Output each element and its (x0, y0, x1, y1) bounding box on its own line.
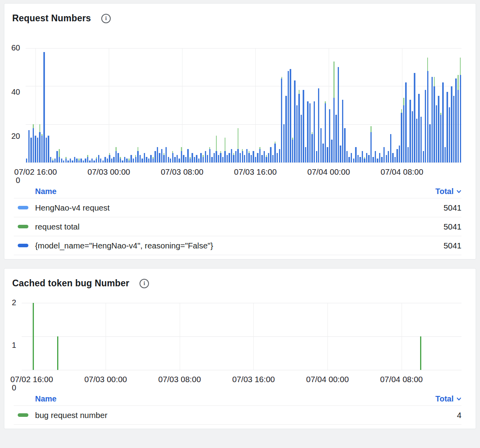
series-total: 4 (457, 411, 461, 420)
x-tick-label: 07/03 00:00 (87, 167, 130, 177)
bar (303, 90, 304, 162)
request-numbers-chart[interactable]: 0204060 07/02 16:0007/03 00:0007/03 08:0… (4, 48, 461, 181)
bar (314, 101, 315, 162)
bar (65, 159, 67, 162)
bar (48, 136, 49, 162)
series-color-pill[interactable] (14, 225, 35, 228)
series-name[interactable]: bug request number (35, 411, 457, 420)
bar (168, 157, 169, 163)
bar (153, 159, 154, 162)
bar (401, 113, 402, 162)
x-tick-label: 07/04 00:00 (307, 167, 350, 177)
bar (28, 130, 30, 162)
bar (370, 132, 372, 162)
bar (33, 128, 34, 162)
series-total: 5041 (443, 203, 461, 213)
bar (120, 159, 121, 162)
bar (192, 153, 193, 162)
x-tick-label: 07/02 16:00 (14, 167, 57, 177)
bar (172, 153, 173, 162)
bar (316, 151, 317, 162)
bar (364, 159, 365, 162)
bar (113, 157, 114, 163)
bar (449, 107, 450, 162)
bar (455, 78, 456, 162)
series-color-pill[interactable] (14, 413, 35, 417)
legend-row[interactable]: request total5041 (14, 217, 461, 236)
bar (277, 153, 278, 162)
bar (70, 159, 71, 162)
legend-table: Name Total HengNao-v4 request5041request… (14, 185, 461, 255)
bar (359, 157, 361, 163)
bar (368, 155, 369, 162)
bar (203, 157, 204, 163)
x-tick-label: 07/03 16:00 (234, 167, 277, 177)
bar (311, 134, 313, 163)
gridline (22, 336, 461, 337)
bar (194, 157, 195, 163)
bar (141, 159, 143, 162)
bar (261, 155, 262, 162)
bar (351, 153, 352, 162)
bar (26, 159, 27, 162)
bar (30, 138, 32, 162)
bar (43, 52, 45, 162)
bar (420, 336, 421, 370)
panel-title: Cached token bug Number (12, 278, 129, 289)
series-name[interactable]: HengNao-v4 request (35, 203, 443, 213)
legend-row[interactable]: bug request number4 (14, 405, 461, 424)
series-name[interactable]: request total (35, 222, 443, 231)
legend-row[interactable]: {model_name="HengNao-v4", reasoning="Fal… (14, 236, 461, 255)
y-axis: 0204060 (4, 48, 26, 181)
bar (322, 144, 324, 162)
bar (111, 159, 112, 162)
cached-token-bug-chart[interactable]: 012 07/02 16:0007/03 00:0007/03 08:0007/… (4, 303, 461, 388)
bar (74, 157, 75, 163)
bar (438, 96, 439, 162)
bar (257, 153, 258, 162)
bar (409, 100, 411, 163)
bar (427, 71, 428, 162)
legend-sort-total[interactable]: Total (435, 187, 461, 196)
info-icon[interactable]: i (140, 279, 149, 288)
bar (309, 103, 311, 162)
legend-sort-name[interactable]: Name (35, 187, 56, 196)
bar (61, 159, 62, 162)
info-icon[interactable]: i (101, 14, 111, 23)
bar (179, 159, 180, 162)
bar (440, 115, 441, 162)
chevron-down-icon (456, 189, 461, 194)
x-axis: 07/02 16:0007/03 00:0007/03 08:0007/03 1… (22, 370, 461, 388)
bar (185, 157, 186, 163)
bar (235, 151, 236, 162)
bar (285, 96, 287, 162)
bar (220, 153, 221, 162)
panel-title: Request Numbers (12, 13, 91, 24)
bar (216, 151, 217, 162)
legend-row[interactable]: HengNao-v4 request5041 (14, 198, 461, 217)
plot-area[interactable] (22, 303, 461, 370)
series-color-pill[interactable] (14, 244, 35, 247)
bar (375, 151, 376, 162)
bar (222, 157, 223, 163)
bar (442, 82, 443, 162)
series-color-pill[interactable] (14, 206, 35, 209)
bar (37, 138, 38, 162)
plot-area[interactable] (26, 48, 461, 162)
bar (57, 336, 58, 370)
bar (318, 88, 319, 163)
gridline (26, 86, 461, 86)
y-tick-label: 2 (12, 298, 16, 307)
bar (305, 147, 306, 162)
bar (211, 157, 212, 163)
bar (418, 94, 419, 162)
bar (242, 151, 243, 162)
legend-sort-name[interactable]: Name (35, 394, 56, 403)
bar (50, 157, 51, 163)
y-tick-label: 0 (16, 176, 20, 185)
legend-sort-total[interactable]: Total (435, 394, 461, 403)
x-axis: 07/02 16:0007/03 00:0007/03 08:0007/03 1… (26, 162, 461, 181)
series-name[interactable]: {model_name="HengNao-v4", reasoning="Fal… (35, 241, 443, 250)
bar (348, 157, 350, 163)
bar (292, 140, 293, 162)
